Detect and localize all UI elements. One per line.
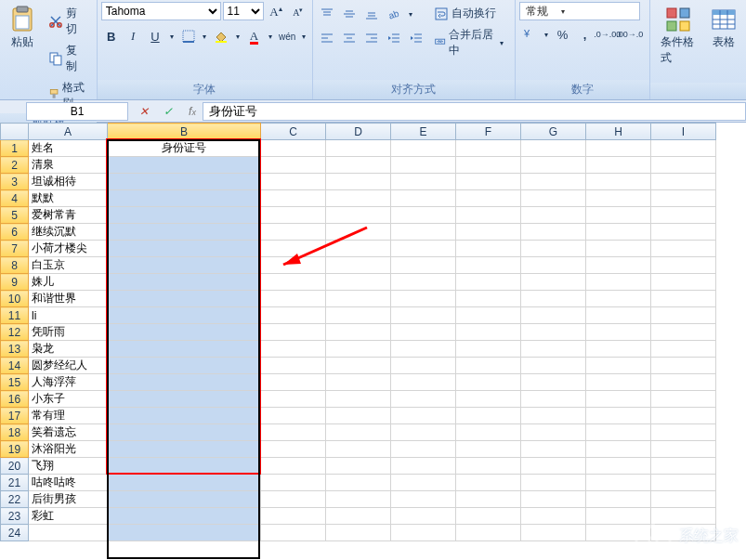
cell-G14[interactable] — [521, 358, 586, 374]
cell-B8[interactable] — [108, 257, 261, 274]
cell-H5[interactable] — [586, 207, 651, 224]
border-dd[interactable]: ▾ — [200, 26, 209, 46]
cell-D21[interactable] — [326, 475, 391, 491]
cell-B2[interactable] — [108, 157, 261, 174]
cell-D24[interactable] — [326, 525, 391, 541]
row-header-5[interactable]: 5 — [1, 207, 29, 224]
cell-D3[interactable] — [326, 174, 391, 190]
cell-B16[interactable] — [108, 391, 261, 408]
align-mid-button[interactable] — [339, 4, 360, 24]
cell-B6[interactable] — [108, 224, 261, 241]
cell-G16[interactable] — [521, 391, 586, 408]
row-header-8[interactable]: 8 — [1, 257, 29, 274]
cell-E21[interactable] — [391, 475, 456, 491]
enter-fx-button[interactable]: ✓ — [158, 102, 178, 121]
cell-A2[interactable]: 清泉 — [29, 157, 108, 174]
cell-A8[interactable]: 白玉京 — [29, 257, 108, 274]
cell-I4[interactable] — [651, 190, 716, 207]
shrink-font-button[interactable]: A▾ — [288, 2, 308, 22]
cell-B21[interactable] — [108, 475, 261, 491]
border-button[interactable] — [178, 26, 199, 46]
cell-I5[interactable] — [651, 207, 716, 224]
row-header-7[interactable]: 7 — [1, 241, 29, 257]
orient-dd[interactable]: ▾ — [406, 4, 415, 24]
indent-inc-button[interactable] — [406, 28, 426, 48]
cell-E1[interactable] — [391, 140, 456, 157]
cell-G23[interactable] — [521, 508, 586, 525]
cell-D19[interactable] — [326, 441, 391, 458]
cell-C8[interactable] — [261, 257, 326, 274]
col-header-D[interactable]: D — [326, 124, 391, 140]
fill-dd[interactable]: ▾ — [233, 26, 242, 46]
cell-H17[interactable] — [586, 408, 651, 424]
italic-button[interactable]: I — [123, 26, 143, 46]
row-header-23[interactable]: 23 — [1, 508, 29, 525]
paste-button[interactable]: 粘贴 — [4, 2, 41, 113]
cell-D20[interactable] — [326, 458, 391, 475]
cell-D1[interactable] — [326, 140, 391, 157]
cell-D7[interactable] — [326, 241, 391, 257]
cell-A3[interactable]: 坦诚相待 — [29, 174, 108, 190]
cell-C13[interactable] — [261, 341, 326, 358]
font-name-select[interactable]: Tahoma — [101, 2, 221, 20]
cell-E10[interactable] — [391, 291, 456, 307]
cell-C6[interactable] — [261, 224, 326, 241]
cell-F8[interactable] — [456, 257, 521, 274]
cell-I6[interactable] — [651, 224, 716, 241]
cell-I18[interactable] — [651, 424, 716, 441]
cell-E14[interactable] — [391, 358, 456, 374]
cell-D18[interactable] — [326, 424, 391, 441]
cell-E9[interactable] — [391, 274, 456, 291]
cell-I17[interactable] — [651, 408, 716, 424]
cell-E19[interactable] — [391, 441, 456, 458]
cell-H8[interactable] — [586, 257, 651, 274]
cell-C1[interactable] — [261, 140, 326, 157]
cell-B18[interactable] — [108, 424, 261, 441]
cell-I9[interactable] — [651, 274, 716, 291]
cell-A15[interactable]: 人海浮萍 — [29, 374, 108, 391]
cell-B14[interactable] — [108, 358, 261, 374]
cell-A4[interactable]: 默默 — [29, 190, 108, 207]
row-header-9[interactable]: 9 — [1, 274, 29, 291]
cell-D15[interactable] — [326, 374, 391, 391]
cell-A17[interactable]: 常有理 — [29, 408, 108, 424]
cell-H12[interactable] — [586, 324, 651, 341]
cell-E24[interactable] — [391, 525, 456, 541]
cell-B17[interactable] — [108, 408, 261, 424]
cell-C19[interactable] — [261, 441, 326, 458]
cell-D11[interactable] — [326, 307, 391, 324]
cell-C12[interactable] — [261, 324, 326, 341]
cell-G8[interactable] — [521, 257, 586, 274]
dec-dec-button[interactable]: .00→.0 — [620, 24, 640, 45]
cell-E3[interactable] — [391, 174, 456, 190]
cell-A23[interactable]: 彩虹 — [29, 508, 108, 525]
row-header-13[interactable]: 13 — [1, 341, 29, 358]
cell-A10[interactable]: 和谐世界 — [29, 291, 108, 307]
cell-D4[interactable] — [326, 190, 391, 207]
cell-G7[interactable] — [521, 241, 586, 257]
select-all-corner[interactable] — [1, 124, 29, 140]
copy-button[interactable]: 复制 — [44, 41, 93, 76]
cell-G19[interactable] — [521, 441, 586, 458]
cell-H13[interactable] — [586, 341, 651, 358]
cell-I7[interactable] — [651, 241, 716, 257]
cell-B1[interactable]: 身份证号 — [108, 140, 261, 157]
cell-H21[interactable] — [586, 475, 651, 491]
currency-dd[interactable]: ▾ — [542, 24, 551, 45]
cell-H7[interactable] — [586, 241, 651, 257]
col-header-F[interactable]: F — [456, 124, 521, 140]
cell-F17[interactable] — [456, 408, 521, 424]
cell-B10[interactable] — [108, 291, 261, 307]
fill-color-button[interactable] — [211, 26, 231, 46]
orient-button[interactable]: ab — [384, 4, 404, 24]
cell-C7[interactable] — [261, 241, 326, 257]
cell-G24[interactable] — [521, 525, 586, 541]
cell-B13[interactable] — [108, 341, 261, 358]
cell-F9[interactable] — [456, 274, 521, 291]
cell-E13[interactable] — [391, 341, 456, 358]
row-header-21[interactable]: 21 — [1, 475, 29, 491]
cell-D13[interactable] — [326, 341, 391, 358]
cell-H15[interactable] — [586, 374, 651, 391]
cell-A9[interactable]: 姝儿 — [29, 274, 108, 291]
cell-D2[interactable] — [326, 157, 391, 174]
